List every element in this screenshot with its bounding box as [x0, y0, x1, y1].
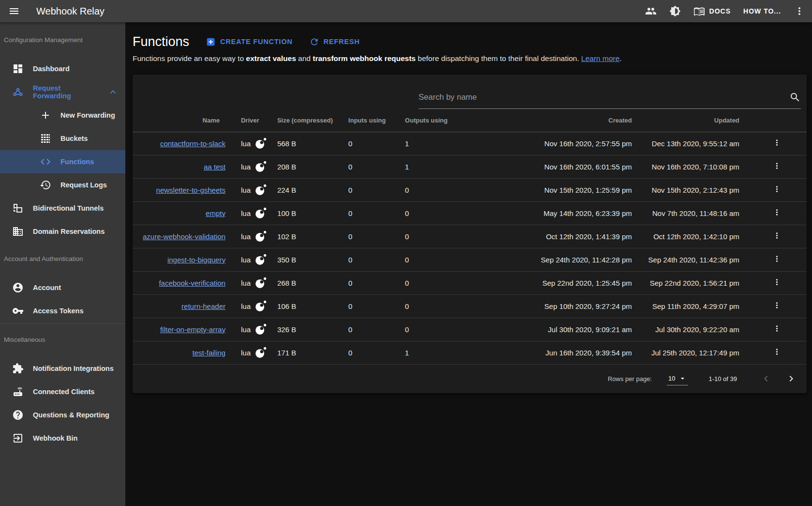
sidebar-item-label: Notification Integrations: [33, 365, 114, 372]
function-name-link[interactable]: empty: [206, 209, 226, 217]
function-name-link[interactable]: filter-on-empty-array: [160, 325, 226, 334]
chevron-up-icon[interactable]: [107, 86, 119, 98]
driver-label: lua: [241, 139, 251, 148]
row-kebab-menu-icon[interactable]: [772, 277, 782, 287]
name-cell: ingest-to-bigquery: [133, 248, 233, 271]
row-kebab-menu-icon[interactable]: [772, 324, 782, 333]
page-title: Functions: [133, 34, 189, 49]
driver-cell: lua: [233, 178, 270, 201]
created-cell: Oct 12th 2020, 1:41:39 pm: [455, 225, 640, 248]
page-description: Functions provide an easy way to extract…: [133, 54, 807, 63]
name-cell: aa test: [133, 155, 233, 178]
sidebar-item-account[interactable]: Account: [0, 276, 125, 299]
row-kebab-menu-icon[interactable]: [772, 138, 782, 147]
function-name-link[interactable]: newsletter-to-gsheets: [156, 186, 226, 194]
sidebar-item-notification-integrations[interactable]: Notification Integrations: [0, 357, 125, 380]
sidebar-item-access-tokens[interactable]: Access Tokens: [0, 299, 125, 322]
updated-cell: Jul 25th 2020, 12:17:49 pm: [640, 341, 747, 364]
function-name-link[interactable]: aa test: [204, 163, 226, 171]
actions-cell: [747, 132, 807, 155]
next-page-icon[interactable]: [785, 373, 797, 384]
sidebar-item-dashboard[interactable]: Dashboard: [0, 57, 125, 80]
name-cell: empty: [133, 201, 233, 225]
table-row: filter-on-empty-array lua 326 B 0 0 Jul …: [133, 318, 807, 341]
col-header-size: Size (compressed): [270, 109, 341, 132]
row-kebab-menu-icon[interactable]: [772, 254, 782, 263]
devices-icon: [12, 202, 24, 214]
sidebar-item-functions[interactable]: Functions: [0, 150, 125, 173]
sidebar-item-label: Request Forwarding: [33, 84, 98, 100]
sidebar-item-label: Request Logs: [60, 181, 107, 189]
created-cell: Nov 16th 2020, 2:57:55 pm: [455, 132, 640, 155]
sidebar-item-request-logs[interactable]: Request Logs: [0, 173, 125, 197]
sidebar-item-request-forwarding[interactable]: Request Forwarding: [0, 80, 125, 104]
section-miscellaneous: Miscellaneous: [0, 329, 125, 350]
function-name-link[interactable]: contactform-to-slack: [160, 139, 226, 148]
create-function-button[interactable]: CREATE FUNCTION: [206, 37, 292, 47]
sidebar-item-questions-reporting[interactable]: Questions & Reporting: [0, 403, 125, 427]
section-account-authentication: Account and Authentication: [0, 248, 125, 269]
inputs-cell: 0: [341, 178, 397, 201]
sidebar-item-connected-clients[interactable]: Connected Clients: [0, 380, 125, 403]
rows-per-page-select[interactable]: 10: [667, 372, 688, 385]
sidebar-item-bidirectional-tunnels[interactable]: Bidirectional Tunnels: [0, 197, 125, 220]
size-cell: 568 B: [270, 132, 341, 155]
team-members-icon[interactable]: [645, 5, 657, 17]
overflow-kebab-icon[interactable]: [794, 5, 805, 17]
row-kebab-menu-icon[interactable]: [772, 231, 782, 240]
sidebar-item-buckets[interactable]: Buckets: [0, 127, 125, 150]
actions-cell: [747, 294, 807, 318]
name-cell: newsletter-to-gsheets: [133, 178, 233, 201]
driver-label: lua: [241, 325, 251, 334]
row-kebab-menu-icon[interactable]: [772, 161, 782, 170]
search-input[interactable]: [419, 92, 789, 102]
search-icon[interactable]: [789, 92, 801, 103]
row-kebab-menu-icon[interactable]: [772, 301, 782, 310]
actions-cell: [747, 341, 807, 364]
outputs-cell: 1: [397, 341, 455, 364]
sidebar-item-new-forwarding[interactable]: New Forwarding: [0, 104, 125, 127]
updated-cell: Nov 16th 2020, 7:10:08 pm: [640, 155, 747, 178]
sidebar-item-label: Connected Clients: [33, 388, 94, 396]
docs-label: DOCS: [709, 7, 731, 15]
outputs-cell: 0: [397, 318, 455, 341]
sidebar-nav: Configuration Management Dashboard Reque…: [0, 22, 125, 506]
created-cell: May 14th 2020, 6:23:39 pm: [455, 201, 640, 225]
inputs-cell: 0: [341, 294, 397, 318]
function-name-link[interactable]: ingest-to-bigquery: [167, 256, 226, 264]
hamburger-menu-icon[interactable]: [8, 5, 20, 17]
created-cell: Nov 16th 2020, 6:01:55 pm: [455, 155, 640, 178]
previous-page-icon[interactable]: [760, 373, 772, 384]
table-row: aa test lua 208 B 0 1 Nov 16th 2020, 6:0…: [133, 155, 807, 178]
sidebar-item-webhook-bin[interactable]: Webhook Bin: [0, 427, 125, 450]
col-header-actions: [747, 109, 807, 132]
driver-label: lua: [241, 349, 251, 357]
sidebar-item-domain-reservations[interactable]: Domain Reservations: [0, 220, 125, 243]
function-name-link[interactable]: facebook-verification: [159, 279, 226, 287]
updated-cell: Nov 15th 2020, 2:12:43 pm: [640, 178, 747, 201]
function-name-link[interactable]: azure-webhook-validation: [143, 232, 226, 241]
refresh-button[interactable]: REFRESH: [309, 37, 360, 47]
how-to-button[interactable]: HOW TO...: [743, 7, 781, 15]
inputs-cell: 0: [341, 132, 397, 155]
row-kebab-menu-icon[interactable]: [772, 184, 782, 194]
size-cell: 224 B: [270, 178, 341, 201]
theme-brightness-icon[interactable]: [669, 5, 681, 17]
inputs-cell: 0: [341, 271, 397, 294]
function-name-link[interactable]: test-failing: [193, 349, 226, 357]
inputs-cell: 0: [341, 341, 397, 364]
driver-label: lua: [241, 163, 251, 171]
account-circle-icon: [12, 282, 24, 293]
driver-cell: lua: [233, 341, 270, 364]
row-kebab-menu-icon[interactable]: [772, 347, 782, 356]
updated-cell: Oct 12th 2020, 1:42:10 pm: [640, 225, 747, 248]
docs-button[interactable]: DOCS: [693, 5, 731, 17]
function-name-link[interactable]: return-header: [181, 302, 226, 310]
inputs-cell: 0: [341, 318, 397, 341]
dropdown-arrow-icon: [678, 374, 687, 383]
lua-driver-icon: [255, 347, 267, 359]
learn-more-link[interactable]: Learn more: [581, 54, 619, 62]
outputs-cell: 0: [397, 294, 455, 318]
row-kebab-menu-icon[interactable]: [772, 208, 782, 217]
lua-driver-icon: [255, 300, 267, 312]
